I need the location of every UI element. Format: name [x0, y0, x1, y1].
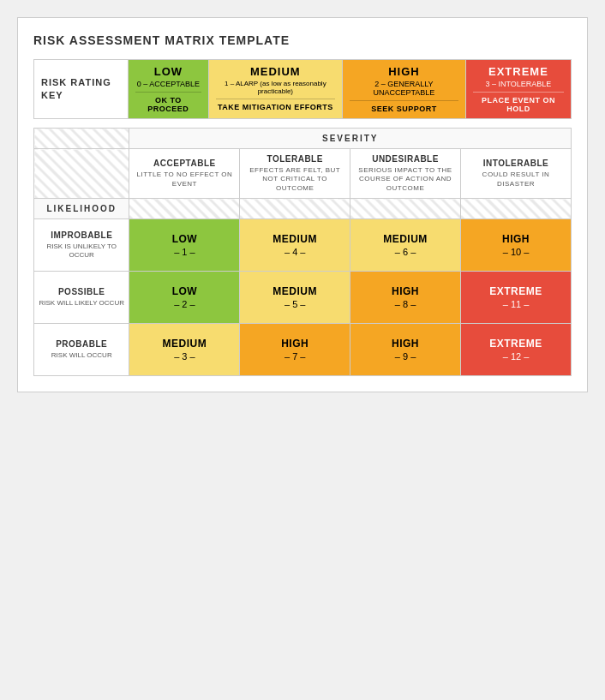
severity-col-undesirable-name: UNDESIRABLE — [372, 154, 439, 164]
severity-col-tolerable: TOLERABLE EFFECTS ARE FELT, BUT NOT CRIT… — [240, 149, 350, 199]
cell-possible-acceptable-rating: LOW — [136, 285, 232, 297]
cell-improbable-tolerable: MEDIUM – 4 – — [240, 219, 350, 272]
possible-desc: RISK WILL LIKELY OCCUR — [38, 299, 125, 308]
improbable-desc: RISK IS UNLIKELY TO OCCUR — [38, 242, 125, 260]
probable-name: PROBABLE — [38, 339, 125, 349]
cell-improbable-acceptable-number: – 1 – — [136, 247, 232, 257]
key-extreme-action: PLACE EVENT ON HOLD — [473, 96, 564, 113]
cell-possible-tolerable-rating: MEDIUM — [247, 285, 343, 297]
cell-probable-acceptable: MEDIUM – 3 – — [129, 324, 240, 376]
key-label: RISK RATING KEY — [41, 77, 111, 100]
cell-probable-intolerable: EXTREME – 12 – — [461, 324, 572, 376]
matrix-table: SEVERITY ACCEPTABLE LITTLE TO NO EFFECT … — [33, 128, 572, 376]
cell-possible-intolerable: EXTREME – 11 – — [461, 272, 572, 324]
cell-possible-intolerable-rating: EXTREME — [468, 285, 564, 297]
cell-possible-undesirable: HIGH – 8 – — [350, 272, 461, 324]
main-container: RISK ASSESSMENT MATRIX TEMPLATE RISK RAT… — [17, 17, 588, 392]
cell-probable-undesirable-number: – 9 – — [357, 351, 453, 362]
hatch-corner — [34, 129, 129, 149]
likelihood-header: LIKELIHOOD — [34, 199, 129, 219]
key-medium-name: MEDIUM — [216, 65, 335, 78]
cell-probable-undesirable: HIGH – 9 – — [350, 324, 461, 376]
key-low-name: LOW — [135, 65, 201, 78]
severity-col-acceptable-name: ACCEPTABLE — [153, 159, 216, 168]
hatch-likelihood-4 — [461, 199, 572, 219]
hatch-likelihood-1 — [129, 199, 240, 219]
severity-col-undesirable: UNDESIRABLE SERIOUS IMPACT TO THE COURSE… — [350, 149, 461, 199]
cell-probable-acceptable-number: – 3 – — [136, 351, 232, 362]
improbable-name: IMPROBABLE — [38, 230, 125, 240]
cell-possible-tolerable: MEDIUM – 5 – — [240, 272, 350, 324]
severity-col-tolerable-desc: EFFECTS ARE FELT, BUT NOT CRITICAL TO OU… — [243, 166, 346, 193]
key-col-medium: MEDIUM 1 – ALARP (as low as reasonably p… — [208, 60, 342, 119]
cell-improbable-tolerable-rating: MEDIUM — [247, 233, 343, 245]
likelihood-improbable-label: IMPROBABLE RISK IS UNLIKELY TO OCCUR — [34, 219, 129, 272]
key-label-cell: RISK RATING KEY — [34, 60, 129, 119]
page-title: RISK ASSESSMENT MATRIX TEMPLATE — [33, 33, 572, 47]
severity-col-tolerable-name: TOLERABLE — [267, 154, 322, 164]
cell-probable-intolerable-number: – 12 – — [468, 351, 564, 362]
cell-probable-undesirable-rating: HIGH — [357, 338, 453, 350]
cell-possible-undesirable-rating: HIGH — [357, 285, 453, 297]
key-low-rating: 0 – ACCEPTABLE — [135, 80, 201, 88]
cell-improbable-intolerable-number: – 10 – — [468, 247, 564, 257]
cell-possible-acceptable: LOW – 2 – — [129, 272, 240, 324]
cell-probable-tolerable-number: – 7 – — [247, 351, 343, 362]
hatch-likelihood-3 — [350, 199, 461, 219]
cell-probable-acceptable-rating: MEDIUM — [136, 338, 232, 350]
severity-col-acceptable-desc: LITTLE TO NO EFFECT ON EVENT — [133, 171, 236, 188]
cell-improbable-undesirable-number: – 6 – — [357, 247, 453, 257]
key-high-action: SEEK SUPPORT — [350, 105, 458, 113]
severity-col-intolerable: INTOLERABLE COULD RESULT IN DISASTER — [461, 149, 572, 199]
cell-possible-tolerable-number: – 5 – — [247, 299, 343, 309]
key-high-rating: 2 – GENERALLY UNACCEPTABLE — [350, 80, 458, 97]
cell-probable-tolerable: HIGH – 7 – — [240, 324, 350, 376]
probable-desc: RISK WILL OCCUR — [38, 351, 125, 360]
key-col-low: LOW 0 – ACCEPTABLE OK TO PROCEED — [129, 60, 209, 119]
cell-improbable-intolerable-rating: HIGH — [468, 233, 564, 245]
row-possible: POSSIBLE RISK WILL LIKELY OCCUR LOW – 2 … — [34, 272, 572, 324]
cell-improbable-undesirable: MEDIUM – 6 – — [350, 219, 461, 272]
cell-improbable-acceptable-rating: LOW — [136, 233, 232, 245]
cell-possible-intolerable-number: – 11 – — [468, 299, 564, 309]
key-extreme-rating: 3 – INTOLERABLE — [473, 80, 564, 88]
severity-col-acceptable: ACCEPTABLE LITTLE TO NO EFFECT ON EVENT — [129, 149, 240, 199]
severity-col-intolerable-desc: COULD RESULT IN DISASTER — [464, 171, 567, 188]
key-medium-rating: 1 – ALARP (as low as reasonably practica… — [216, 80, 335, 95]
likelihood-probable-label: PROBABLE RISK WILL OCCUR — [34, 324, 129, 376]
row-improbable: IMPROBABLE RISK IS UNLIKELY TO OCCUR LOW… — [34, 219, 572, 272]
cell-possible-acceptable-number: – 2 – — [136, 299, 232, 309]
severity-col-intolerable-name: INTOLERABLE — [483, 159, 548, 168]
cell-improbable-undesirable-rating: MEDIUM — [357, 233, 453, 245]
severity-header: SEVERITY — [129, 129, 572, 149]
severity-col-undesirable-desc: SERIOUS IMPACT TO THE COURSE OF ACTION A… — [354, 166, 457, 193]
key-col-high: HIGH 2 – GENERALLY UNACCEPTABLE SEEK SUP… — [342, 60, 465, 119]
risk-rating-key-table: RISK RATING KEY LOW 0 – ACCEPTABLE OK TO… — [33, 59, 572, 119]
hatch-likelihood-2 — [240, 199, 350, 219]
cell-probable-tolerable-rating: HIGH — [247, 338, 343, 350]
row-probable: PROBABLE RISK WILL OCCUR MEDIUM – 3 – HI… — [34, 324, 572, 376]
likelihood-possible-label: POSSIBLE RISK WILL LIKELY OCCUR — [34, 272, 129, 324]
cell-probable-intolerable-rating: EXTREME — [468, 338, 564, 350]
key-extreme-name: EXTREME — [473, 65, 564, 78]
cell-improbable-intolerable: HIGH – 10 – — [461, 219, 572, 272]
possible-name: POSSIBLE — [38, 287, 125, 296]
hatch-cell-2 — [34, 149, 129, 199]
cell-possible-undesirable-number: – 8 – — [357, 299, 453, 309]
key-high-name: HIGH — [350, 65, 458, 78]
cell-improbable-tolerable-number: – 4 – — [247, 247, 343, 257]
cell-improbable-acceptable: LOW – 1 – — [129, 219, 240, 272]
key-medium-action: TAKE MITIGATION EFFORTS — [216, 103, 335, 111]
key-col-extreme: EXTREME 3 – INTOLERABLE PLACE EVENT ON H… — [465, 60, 571, 119]
key-low-action: OK TO PROCEED — [135, 96, 201, 113]
